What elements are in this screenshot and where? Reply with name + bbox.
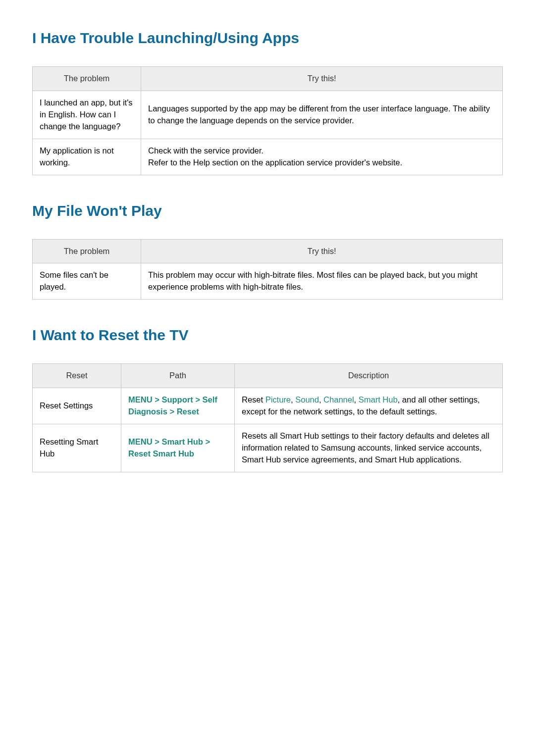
section-file: My File Won't Play The problem Try this!… [32,202,503,300]
cell-problem: Some files can't be played. [33,263,141,300]
col-problem: The problem [33,67,141,91]
cell-try: Languages supported by the app may be di… [141,91,503,139]
table-row: Reset Settings MENU > Support > Self Dia… [33,388,503,424]
col-problem: The problem [33,239,141,263]
cell-reset: Resetting Smart Hub [33,424,121,472]
cell-path: MENU > Smart Hub > Reset Smart Hub [121,424,235,472]
section-title: My File Won't Play [32,202,503,219]
cell-path: MENU > Support > Self Diagnosis > Reset [121,388,235,424]
reset-table: Reset Path Description Reset Settings ME… [32,363,503,472]
term: Smart Hub [359,395,398,404]
path-part: Support [161,395,193,404]
cell-desc: Reset Picture, Sound, Channel, Smart Hub… [235,388,503,424]
chevron-right-icon: > [195,395,202,404]
col-try: Try this! [141,239,503,263]
chevron-right-icon: > [205,437,210,446]
section-title: I Have Trouble Launching/Using Apps [32,30,503,47]
col-path: Path [121,364,235,388]
table-row: My application is not working. Check wit… [33,139,503,175]
path-part: Reset [177,407,199,416]
cell-reset: Reset Settings [33,388,121,424]
table-row: I launched an app, but it's in English. … [33,91,503,139]
chevron-right-icon: > [155,437,161,446]
term: Channel [323,395,354,404]
chevron-right-icon: > [169,407,176,416]
table-row: Resetting Smart Hub MENU > Smart Hub > R… [33,424,503,472]
term: Picture [266,395,291,404]
section-title: I Want to Reset the TV [32,327,503,344]
path-part: Smart Hub [161,437,203,446]
col-reset: Reset [33,364,121,388]
path-part: MENU [128,395,153,404]
file-table: The problem Try this! Some files can't b… [32,239,503,300]
chevron-right-icon: > [155,395,161,404]
desc-text: Reset [242,395,266,404]
section-apps: I Have Trouble Launching/Using Apps The … [32,30,503,175]
col-desc: Description [235,364,503,388]
cell-problem: My application is not working. [33,139,141,175]
cell-problem: I launched an app, but it's in English. … [33,91,141,139]
cell-desc: Resets all Smart Hub settings to their f… [235,424,503,472]
col-try: Try this! [141,67,503,91]
section-reset: I Want to Reset the TV Reset Path Descri… [32,327,503,472]
apps-table: The problem Try this! I launched an app,… [32,66,503,175]
table-row: Some files can't be played. This problem… [33,263,503,300]
path-part: MENU [128,437,153,446]
cell-try: This problem may occur with high-bitrate… [141,263,503,300]
term: Sound [295,395,319,404]
path-part: Reset Smart Hub [128,449,194,458]
cell-try: Check with the service provider. Refer t… [141,139,503,175]
